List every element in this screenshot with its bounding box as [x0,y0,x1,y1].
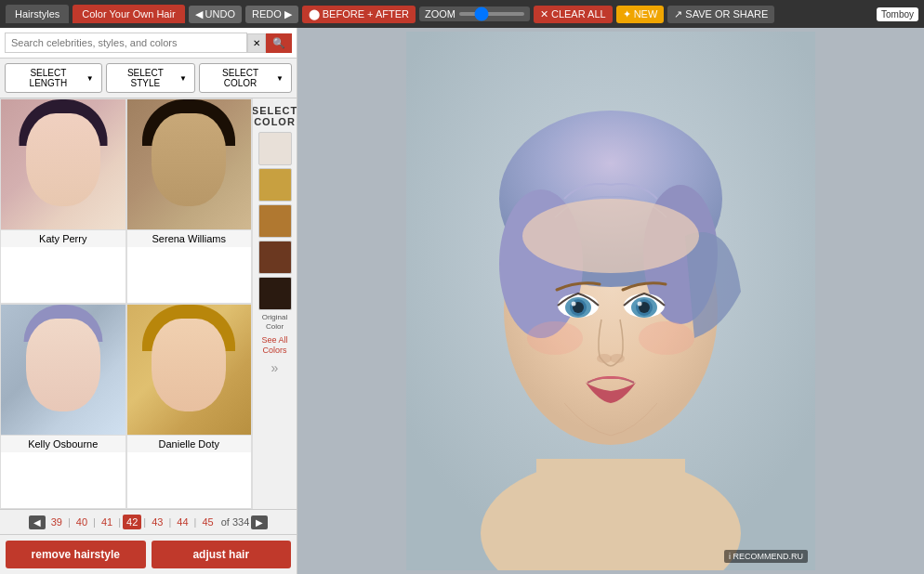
svg-point-20 [527,321,583,355]
next-page-button[interactable]: ▶ [251,515,268,529]
svg-point-7 [522,199,699,273]
filter-length-button[interactable]: SELECT LENGTH [5,63,102,93]
content-area: Katy Perry Serena Williams K [0,98,297,509]
redo-button[interactable]: REDO ▶ [245,6,298,23]
svg-point-21 [639,321,694,355]
zoom-control: ZOOM [419,7,530,21]
original-color-label: Original Color [257,313,293,331]
color-swatch-4[interactable] [258,241,292,274]
page-number-active[interactable]: 42 [123,515,141,529]
before-after-button[interactable]: ⬤ BEFORE + AFTER [302,6,416,23]
tab-color-your-own[interactable]: Color Your Own Hair [73,5,184,23]
filter-color-button[interactable]: SELECT COLOR [199,63,292,93]
celebrity-name: Serena Williams [127,229,252,247]
celebrity-name: Danielle Doty [127,435,252,452]
top-nav-bar: Hairstyles Color Your Own Hair ◀ UNDO RE… [0,0,924,28]
see-all-colors-link[interactable]: See All Colors [257,333,293,358]
right-panel: i RECOMMEND.RU [297,28,924,574]
search-bar: ✕ 🔍 [0,28,297,59]
page-number[interactable]: 44 [173,515,191,529]
search-clear-button[interactable]: ✕ [247,33,266,53]
svg-point-19 [610,354,625,363]
svg-rect-2 [536,459,685,570]
page-number[interactable]: 43 [148,515,166,529]
color-swatch-original[interactable] [258,277,292,310]
select-color-label: SELECT COLOR [252,102,297,129]
svg-point-17 [638,302,642,307]
color-swatch-2[interactable] [258,168,292,202]
page-number[interactable]: 39 [47,515,66,529]
remove-hairstyle-button[interactable]: remove hairstyle [6,541,146,568]
search-input[interactable] [5,33,247,53]
pagination-row: ◀ 39 | 40 | 41 | 42 | 43 | 44 | 45 of 33… [0,509,297,534]
list-item[interactable]: Danielle Doty [126,304,253,509]
see-all-arrow-icon[interactable]: » [271,360,279,375]
prev-page-button[interactable]: ◀ [29,515,46,529]
page-number[interactable]: 40 [73,515,91,529]
main-layout: ✕ 🔍 SELECT LENGTH SELECT STYLE SELECT CO… [0,28,924,574]
search-submit-button[interactable]: 🔍 [266,33,292,53]
tomboy-badge: Tomboy [877,7,918,21]
action-row: remove hairstyle adjust hair [0,534,297,574]
list-item[interactable]: Katy Perry [0,98,126,304]
undo-button[interactable]: ◀ UNDO [189,6,242,23]
filter-style-button[interactable]: SELECT STYLE [106,63,195,93]
color-swatch-1[interactable] [258,132,292,165]
celebrity-name: Kelly Osbourne [1,435,125,452]
color-panel: SELECT COLOR Original Color See All Colo… [252,98,297,509]
portrait-container: i RECOMMEND.RU [406,32,815,570]
svg-point-12 [572,302,576,307]
zoom-slider[interactable] [459,12,524,16]
hair-grid: Katy Perry Serena Williams K [0,98,252,509]
portrait-image [406,32,815,570]
adjust-hair-button[interactable]: adjust hair [152,541,292,568]
zoom-label: ZOOM [425,8,455,20]
color-swatch-3[interactable] [258,204,292,238]
clear-all-button[interactable]: ✕ CLEAR ALL [534,6,613,23]
celebrity-name: Katy Perry [1,229,125,247]
new-button[interactable]: ✦ NEW [616,6,665,23]
page-number[interactable]: 45 [198,515,217,529]
watermark: i RECOMMEND.RU [724,550,808,563]
svg-point-18 [597,354,612,363]
filter-row: SELECT LENGTH SELECT STYLE SELECT COLOR [0,59,297,98]
save-button[interactable]: ↗ SAVE OR SHARE [667,6,774,23]
page-number[interactable]: 41 [98,515,116,529]
left-panel: ✕ 🔍 SELECT LENGTH SELECT STYLE SELECT CO… [0,28,297,574]
list-item[interactable]: Kelly Osbourne [0,304,126,509]
tab-hairstyles[interactable]: Hairstyles [6,5,69,23]
list-item[interactable]: Serena Williams [126,98,253,304]
